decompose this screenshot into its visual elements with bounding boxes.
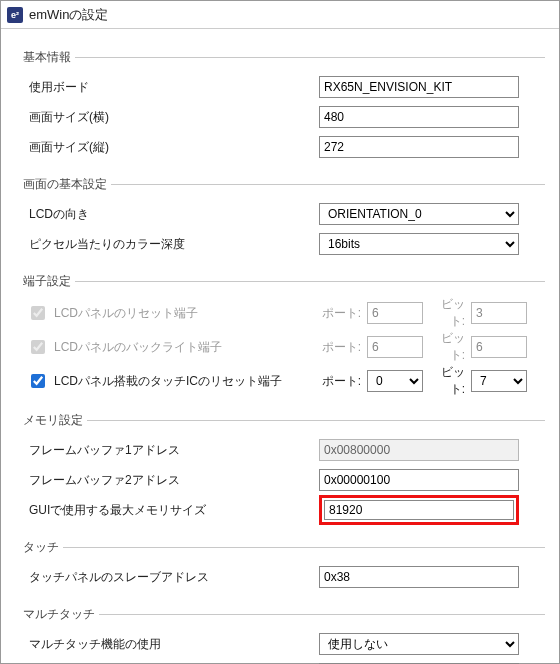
bit-label: ビット: <box>427 296 467 330</box>
lcd-reset-port-field <box>367 302 423 324</box>
fb1-field <box>319 439 519 461</box>
lcd-backlight-bit-field <box>471 336 527 358</box>
board-label: 使用ボード <box>23 79 313 96</box>
touch-ic-port-select[interactable]: 0 <box>367 370 423 392</box>
lcd-reset-checkbox <box>31 306 45 320</box>
touch-ic-reset-checkbox[interactable] <box>31 374 45 388</box>
lcd-reset-bit-field <box>471 302 527 324</box>
dialog-body: 基本情報 使用ボード 画面サイズ(横) 画面サイズ(縦) 画面の基本設定 LCD… <box>1 29 559 664</box>
settings-window: e² emWinの設定 基本情報 使用ボード 画面サイズ(横) 画面サイズ(縦)… <box>0 0 560 664</box>
app-icon: e² <box>7 7 23 23</box>
group-touch: タッチ タッチパネルのスレーブアドレス <box>23 539 545 596</box>
lcd-backlight-checkbox-wrap: LCDパネルのバックライト端子 <box>23 337 313 357</box>
lcd-reset-label: LCDパネルのリセット端子 <box>54 305 198 322</box>
group-screen-legend: 画面の基本設定 <box>23 176 111 193</box>
window-title: emWinの設定 <box>29 6 108 24</box>
screen-height-field[interactable] <box>319 136 519 158</box>
screen-width-field[interactable] <box>319 106 519 128</box>
bit-label: ビット: <box>427 364 467 398</box>
screen-height-label: 画面サイズ(縦) <box>23 139 313 156</box>
guimem-label: GUIで使用する最大メモリサイズ <box>23 502 313 519</box>
board-field[interactable] <box>319 76 519 98</box>
group-multitouch: マルチタッチ マルチタッチ機能の使用 使用しない タッチパネルのポイントの最大数… <box>23 606 545 664</box>
fb2-field[interactable] <box>319 469 519 491</box>
touch-ic-reset-checkbox-wrap[interactable]: LCDパネル搭載のタッチICのリセット端子 <box>23 371 313 391</box>
touch-ic-reset-label: LCDパネル搭載のタッチICのリセット端子 <box>54 373 282 390</box>
slave-addr-label: タッチパネルのスレーブアドレス <box>23 569 313 586</box>
port-label: ポート: <box>319 339 363 356</box>
slave-addr-field[interactable] <box>319 566 519 588</box>
port-label: ポート: <box>319 305 363 322</box>
group-pins-legend: 端子設定 <box>23 273 75 290</box>
lcd-backlight-checkbox <box>31 340 45 354</box>
orientation-label: LCDの向き <box>23 206 313 223</box>
lcd-backlight-port-field <box>367 336 423 358</box>
colordepth-label: ピクセル当たりのカラー深度 <box>23 236 313 253</box>
guimem-field[interactable] <box>324 500 514 520</box>
titlebar: e² emWinの設定 <box>1 1 559 29</box>
fb2-label: フレームバッファ2アドレス <box>23 472 313 489</box>
screen-width-label: 画面サイズ(横) <box>23 109 313 126</box>
lcd-backlight-label: LCDパネルのバックライト端子 <box>54 339 222 356</box>
touch-ic-bit-select[interactable]: 7 <box>471 370 527 392</box>
group-basic-info: 基本情報 使用ボード 画面サイズ(横) 画面サイズ(縦) <box>23 49 545 166</box>
lcd-reset-checkbox-wrap: LCDパネルのリセット端子 <box>23 303 313 323</box>
group-pins: 端子設定 LCDパネルのリセット端子 ポート: ビット: LCDパネルのバックラ… <box>23 273 545 402</box>
multitouch-use-select[interactable]: 使用しない <box>319 633 519 655</box>
group-memory: メモリ設定 フレームバッファ1アドレス フレームバッファ2アドレス GUIで使用… <box>23 412 545 529</box>
group-memory-legend: メモリ設定 <box>23 412 87 429</box>
group-multitouch-legend: マルチタッチ <box>23 606 99 623</box>
colordepth-select[interactable]: 16bits <box>319 233 519 255</box>
fb1-label: フレームバッファ1アドレス <box>23 442 313 459</box>
multitouch-use-label: マルチタッチ機能の使用 <box>23 636 313 653</box>
group-touch-legend: タッチ <box>23 539 63 556</box>
port-label: ポート: <box>319 373 363 390</box>
guimem-highlight <box>319 495 519 525</box>
group-basic-info-legend: 基本情報 <box>23 49 75 66</box>
orientation-select[interactable]: ORIENTATION_0 <box>319 203 519 225</box>
bit-label: ビット: <box>427 330 467 364</box>
group-screen: 画面の基本設定 LCDの向き ORIENTATION_0 ピクセル当たりのカラー… <box>23 176 545 263</box>
